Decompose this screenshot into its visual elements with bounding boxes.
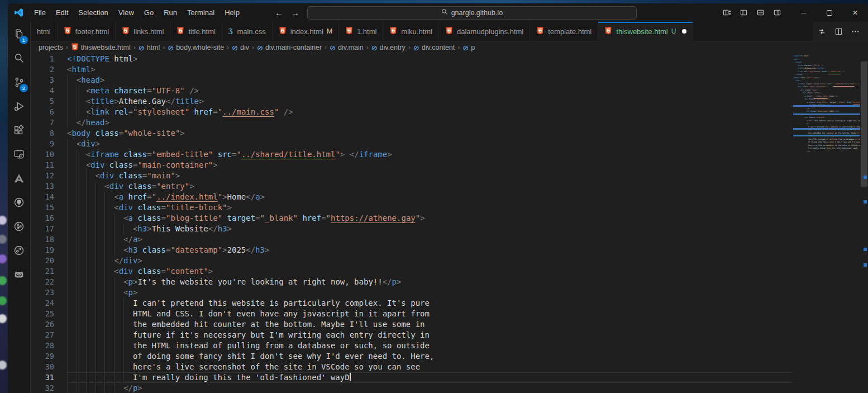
breadcrumb-item-div.entry[interactable]: ⊘div.entry — [371, 44, 406, 51]
code-line[interactable]: 19<h3 class="datestamp">2025</h3> — [31, 245, 793, 255]
tab-main.css[interactable]: Ʒmain.css — [222, 22, 273, 41]
code-line[interactable]: 15<div class="title-block"> — [31, 202, 793, 213]
line-number[interactable]: 3 — [31, 75, 54, 86]
code-line[interactable]: 3<head> — [31, 75, 793, 86]
line-number[interactable]: 7 — [31, 117, 54, 128]
code-line[interactable]: 7</head> — [31, 117, 793, 128]
breadcrumb-item-body.whole-site[interactable]: ⊘body.whole-site — [168, 44, 224, 51]
code-line[interactable]: 22<p>It's the website you're looking at … — [31, 277, 793, 287]
more-actions-icon[interactable] — [847, 25, 864, 38]
line-number[interactable]: 12 — [31, 171, 54, 181]
code-line[interactable]: 30here's a live screenshot of the site i… — [31, 362, 793, 372]
activitybar-letter-a-extension[interactable] — [9, 169, 28, 190]
line-number[interactable]: 20 — [31, 255, 54, 266]
code-line[interactable]: 13<div class="entry"> — [31, 181, 793, 192]
breadcrumb-item-div.main-container[interactable]: ⊘div.main-container — [257, 44, 322, 51]
menu-view[interactable]: View — [113, 6, 139, 19]
breadcrumb-item-p[interactable]: ⊘p — [462, 44, 475, 51]
activitybar-github[interactable] — [9, 193, 28, 214]
toggle-primary-sidebar-icon[interactable] — [735, 6, 752, 20]
line-number[interactable]: 13 — [31, 181, 54, 192]
line-number[interactable]: 5 — [31, 96, 54, 107]
code-line[interactable]: 31I'm really doing this the 'old-fashion… — [31, 372, 793, 383]
code-line[interactable]: 26the embedded hit counter at the bottom… — [31, 319, 793, 330]
code-line[interactable]: 6<link rel="stylesheet" href="../main.cs… — [31, 107, 793, 117]
breadcrumb-item-thiswebsite.html[interactable]: thiswebsite.html — [71, 42, 131, 53]
menu-help[interactable]: Help — [220, 6, 245, 19]
tab-html[interactable]: html — [31, 22, 58, 41]
tab-links.html[interactable]: links.html — [116, 22, 170, 41]
code-line[interactable]: 5<title>Athene.Gay</title> — [31, 96, 793, 107]
code-line[interactable]: 23<p> — [31, 287, 793, 298]
menu-go[interactable]: Go — [139, 6, 159, 19]
scrollbar-thumb[interactable] — [861, 61, 867, 187]
nav-back-icon[interactable]: ← — [275, 8, 283, 17]
line-number[interactable]: 16 — [31, 213, 54, 224]
tab-index.html[interactable]: index.htmlM — [273, 22, 339, 41]
code-line[interactable]: 21<div class="content"> — [31, 266, 793, 277]
code-line[interactable]: 12<div class="main"> — [31, 171, 793, 181]
line-number[interactable]: 17 — [31, 224, 54, 234]
line-number[interactable]: 25 — [31, 309, 54, 319]
code-line[interactable]: 28the HTML instead of pulling from a dat… — [31, 340, 793, 351]
activitybar-search[interactable] — [9, 49, 28, 69]
line-number[interactable]: 27 — [31, 330, 54, 340]
tab-thiswebsite.html[interactable]: thiswebsite.htmlU — [598, 22, 693, 41]
breadcrumb-item-html[interactable]: ⊘html — [139, 44, 160, 51]
line-number[interactable]: 19 — [31, 245, 54, 255]
code-line[interactable]: 8<body class="whole-site"> — [31, 128, 793, 139]
line-number[interactable]: 1 — [31, 54, 54, 64]
menu-run[interactable]: Run — [159, 6, 182, 19]
line-number[interactable]: 2 — [31, 64, 54, 75]
line-number[interactable]: 6 — [31, 107, 54, 117]
activitybar-gitlens[interactable] — [9, 242, 28, 262]
menu-terminal[interactable]: Terminal — [182, 6, 220, 19]
nav-forward-icon[interactable]: → — [291, 8, 299, 17]
line-number[interactable]: 14 — [31, 192, 54, 202]
open-changes-icon[interactable] — [813, 25, 830, 38]
toggle-secondary-sidebar-icon[interactable] — [769, 6, 785, 20]
breadcrumb-item-div.content[interactable]: ⊘div.content — [413, 44, 455, 51]
activitybar-remote-explorer[interactable] — [9, 145, 28, 165]
tab-1.html[interactable]: 1.html — [339, 22, 383, 41]
code-line[interactable]: 11<div class="main-container"> — [31, 160, 793, 171]
toggle-panel-icon[interactable] — [752, 6, 769, 20]
code-line[interactable]: 9<div> — [31, 139, 793, 149]
customize-layout-icon[interactable] — [718, 6, 735, 20]
minimize-button[interactable]: ─ — [791, 3, 817, 22]
breadcrumb-item-projects[interactable]: projects — [39, 44, 63, 51]
split-editor-icon[interactable] — [830, 25, 847, 38]
line-number[interactable]: 9 — [31, 139, 54, 149]
activitybar-explorer[interactable]: 1 — [9, 25, 28, 45]
activitybar-godot-tools[interactable] — [9, 266, 28, 286]
line-number[interactable]: 21 — [31, 266, 54, 277]
unsaved-dot-icon[interactable] — [682, 29, 686, 34]
close-button[interactable]: ✕ — [842, 3, 868, 22]
code-line[interactable]: 27future if it's necessary but I'm writi… — [31, 330, 793, 340]
code-line[interactable]: 14<a href="../index.html">Home</a> — [31, 192, 793, 202]
activitybar-source-control[interactable]: 2 — [9, 73, 28, 93]
command-center-search[interactable]: gnargle.github.io — [307, 6, 637, 20]
breadcrumb-item-div[interactable]: ⊘div — [232, 44, 249, 51]
activitybar-run-debug[interactable] — [9, 97, 28, 117]
line-number[interactable]: 11 — [31, 160, 54, 171]
maximize-button[interactable] — [817, 3, 842, 22]
line-number[interactable]: 8 — [31, 128, 54, 139]
code-line[interactable]: 20</div> — [31, 255, 793, 266]
code-line[interactable]: 10<iframe class="embed-title" src="../sh… — [31, 149, 793, 160]
code-line[interactable]: 17<h3>This Website</h3> — [31, 224, 793, 234]
tab-dalamudplugins.html[interactable]: dalamudplugins.html — [439, 22, 530, 41]
code-line[interactable]: 2<html> — [31, 64, 793, 75]
minimap[interactable]: <!DOCTYPE html><html><head><meta charset… — [793, 54, 860, 393]
tab-title.html[interactable]: title.html — [170, 22, 222, 41]
vertical-scrollbar[interactable] — [860, 54, 868, 393]
tab-template.html[interactable]: template.html — [530, 22, 598, 41]
code-line[interactable]: 1<!DOCTYPE html> — [31, 54, 793, 64]
menu-selection[interactable]: Selection — [73, 6, 113, 19]
line-number[interactable]: 10 — [31, 149, 54, 160]
activitybar-extensions[interactable] — [9, 121, 28, 141]
code-line[interactable]: 25HTML and CSS. I don't even have any ja… — [31, 309, 793, 319]
menu-file[interactable]: File — [29, 6, 51, 19]
line-number[interactable]: 31 — [31, 372, 54, 383]
line-number[interactable]: 15 — [31, 202, 54, 213]
